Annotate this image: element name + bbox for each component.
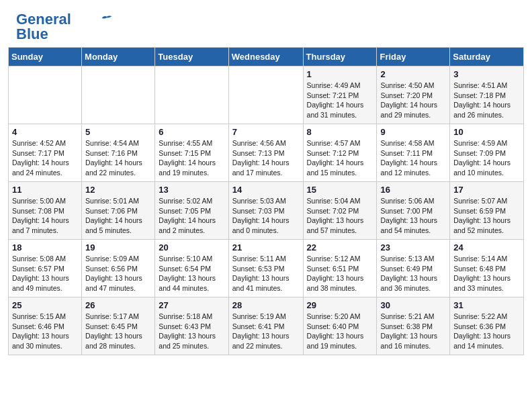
day-info: Sunrise: 4:54 AMSunset: 7:16 PMDaylight:… bbox=[85, 138, 151, 178]
day-number: 7 bbox=[232, 127, 300, 137]
day-info: Sunrise: 5:20 AMSunset: 6:40 PMDaylight:… bbox=[307, 312, 373, 351]
calendar-cell: 11Sunrise: 5:00 AMSunset: 7:08 PMDayligh… bbox=[9, 182, 82, 240]
calendar-cell: 27Sunrise: 5:18 AMSunset: 6:43 PMDayligh… bbox=[155, 298, 228, 355]
day-info: Sunrise: 4:55 AMSunset: 7:15 PMDaylight:… bbox=[159, 138, 224, 178]
day-info: Sunrise: 4:56 AMSunset: 7:13 PMDaylight:… bbox=[232, 138, 300, 178]
day-info: Sunrise: 4:59 AMSunset: 7:09 PMDaylight:… bbox=[453, 138, 520, 178]
day-number: 31 bbox=[453, 300, 520, 310]
calendar-cell: 29Sunrise: 5:20 AMSunset: 6:40 PMDayligh… bbox=[303, 298, 377, 355]
day-info: Sunrise: 5:03 AMSunset: 7:03 PMDaylight:… bbox=[232, 196, 300, 236]
calendar-cell: 1Sunrise: 4:49 AMSunset: 7:21 PMDaylight… bbox=[303, 66, 377, 124]
day-info: Sunrise: 4:51 AMSunset: 7:18 PMDaylight:… bbox=[453, 81, 520, 120]
weekday-header-thursday: Thursday bbox=[303, 48, 377, 66]
calendar-cell: 20Sunrise: 5:10 AMSunset: 6:54 PMDayligh… bbox=[155, 240, 228, 298]
day-number: 4 bbox=[12, 127, 78, 137]
day-number: 18 bbox=[12, 242, 78, 253]
calendar-cell bbox=[9, 66, 82, 124]
day-info: Sunrise: 4:57 AMSunset: 7:12 PMDaylight:… bbox=[307, 138, 373, 178]
calendar-cell: 7Sunrise: 4:56 AMSunset: 7:13 PMDaylight… bbox=[228, 124, 303, 182]
day-info: Sunrise: 5:01 AMSunset: 7:06 PMDaylight:… bbox=[85, 196, 151, 236]
calendar-cell bbox=[82, 66, 155, 124]
logo-text: General bbox=[16, 12, 71, 27]
weekday-header-tuesday: Tuesday bbox=[155, 48, 228, 66]
calendar-cell: 16Sunrise: 5:06 AMSunset: 7:00 PMDayligh… bbox=[377, 182, 450, 240]
calendar-cell bbox=[228, 66, 303, 124]
day-info: Sunrise: 5:08 AMSunset: 6:57 PMDaylight:… bbox=[12, 254, 78, 293]
day-number: 21 bbox=[232, 242, 300, 253]
calendar-cell: 6Sunrise: 4:55 AMSunset: 7:15 PMDaylight… bbox=[155, 124, 228, 182]
weekday-header-friday: Friday bbox=[377, 48, 450, 66]
day-number: 1 bbox=[307, 69, 373, 79]
calendar-cell: 30Sunrise: 5:21 AMSunset: 6:38 PMDayligh… bbox=[377, 298, 450, 355]
day-info: Sunrise: 5:14 AMSunset: 6:48 PMDaylight:… bbox=[453, 254, 520, 293]
day-info: Sunrise: 5:17 AMSunset: 6:45 PMDaylight:… bbox=[85, 312, 151, 351]
day-info: Sunrise: 5:00 AMSunset: 7:08 PMDaylight:… bbox=[12, 196, 78, 236]
calendar-cell: 19Sunrise: 5:09 AMSunset: 6:56 PMDayligh… bbox=[82, 240, 155, 298]
day-number: 26 bbox=[85, 300, 151, 310]
day-info: Sunrise: 5:12 AMSunset: 6:51 PMDaylight:… bbox=[307, 254, 373, 293]
calendar-table: SundayMondayTuesdayWednesdayThursdayFrid… bbox=[8, 47, 524, 355]
weekday-header-sunday: Sunday bbox=[9, 48, 82, 66]
day-info: Sunrise: 5:21 AMSunset: 6:38 PMDaylight:… bbox=[380, 312, 446, 351]
calendar-cell: 5Sunrise: 4:54 AMSunset: 7:16 PMDaylight… bbox=[82, 124, 155, 182]
day-number: 5 bbox=[85, 127, 151, 137]
day-info: Sunrise: 5:04 AMSunset: 7:02 PMDaylight:… bbox=[307, 196, 373, 236]
day-info: Sunrise: 5:13 AMSunset: 6:49 PMDaylight:… bbox=[380, 254, 446, 293]
day-number: 30 bbox=[380, 300, 446, 310]
calendar-cell: 22Sunrise: 5:12 AMSunset: 6:51 PMDayligh… bbox=[303, 240, 377, 298]
weekday-header-wednesday: Wednesday bbox=[228, 48, 303, 66]
logo: General Blue bbox=[16, 12, 113, 42]
day-info: Sunrise: 4:52 AMSunset: 7:17 PMDaylight:… bbox=[12, 138, 78, 178]
day-info: Sunrise: 4:50 AMSunset: 7:20 PMDaylight:… bbox=[380, 81, 446, 120]
day-number: 12 bbox=[85, 185, 151, 195]
calendar-cell: 4Sunrise: 4:52 AMSunset: 7:17 PMDaylight… bbox=[9, 124, 82, 182]
calendar-cell: 21Sunrise: 5:11 AMSunset: 6:53 PMDayligh… bbox=[228, 240, 303, 298]
day-number: 17 bbox=[453, 185, 520, 195]
day-number: 22 bbox=[307, 242, 373, 253]
day-number: 8 bbox=[307, 127, 373, 137]
calendar-cell: 31Sunrise: 5:22 AMSunset: 6:36 PMDayligh… bbox=[450, 298, 524, 355]
day-number: 3 bbox=[453, 69, 520, 79]
calendar-cell: 8Sunrise: 4:57 AMSunset: 7:12 PMDaylight… bbox=[303, 124, 377, 182]
calendar-cell: 9Sunrise: 4:58 AMSunset: 7:11 PMDaylight… bbox=[377, 124, 450, 182]
weekday-header-saturday: Saturday bbox=[450, 48, 524, 66]
logo-blue-text: Blue bbox=[16, 26, 48, 42]
day-number: 29 bbox=[307, 300, 373, 310]
day-info: Sunrise: 5:06 AMSunset: 7:00 PMDaylight:… bbox=[380, 196, 446, 236]
day-number: 14 bbox=[232, 185, 300, 195]
day-number: 15 bbox=[307, 185, 373, 195]
day-number: 16 bbox=[380, 185, 446, 195]
day-info: Sunrise: 5:10 AMSunset: 6:54 PMDaylight:… bbox=[159, 254, 224, 293]
day-info: Sunrise: 5:19 AMSunset: 6:41 PMDaylight:… bbox=[232, 312, 300, 351]
calendar-cell: 12Sunrise: 5:01 AMSunset: 7:06 PMDayligh… bbox=[82, 182, 155, 240]
calendar-wrapper: SundayMondayTuesdayWednesdayThursdayFrid… bbox=[0, 47, 532, 363]
calendar-cell: 25Sunrise: 5:15 AMSunset: 6:46 PMDayligh… bbox=[9, 298, 82, 355]
calendar-cell: 2Sunrise: 4:50 AMSunset: 7:20 PMDaylight… bbox=[377, 66, 450, 124]
day-number: 27 bbox=[159, 300, 224, 310]
day-info: Sunrise: 5:07 AMSunset: 6:59 PMDaylight:… bbox=[453, 196, 520, 236]
calendar-cell: 24Sunrise: 5:14 AMSunset: 6:48 PMDayligh… bbox=[450, 240, 524, 298]
day-number: 13 bbox=[159, 185, 224, 195]
day-info: Sunrise: 5:11 AMSunset: 6:53 PMDaylight:… bbox=[232, 254, 300, 293]
day-info: Sunrise: 5:18 AMSunset: 6:43 PMDaylight:… bbox=[159, 312, 224, 351]
day-info: Sunrise: 5:22 AMSunset: 6:36 PMDaylight:… bbox=[453, 312, 520, 351]
day-number: 19 bbox=[85, 242, 151, 253]
calendar-cell: 28Sunrise: 5:19 AMSunset: 6:41 PMDayligh… bbox=[228, 298, 303, 355]
day-info: Sunrise: 4:58 AMSunset: 7:11 PMDaylight:… bbox=[380, 138, 446, 178]
day-info: Sunrise: 5:09 AMSunset: 6:56 PMDaylight:… bbox=[85, 254, 151, 293]
calendar-cell: 18Sunrise: 5:08 AMSunset: 6:57 PMDayligh… bbox=[9, 240, 82, 298]
day-number: 25 bbox=[12, 300, 78, 310]
day-number: 6 bbox=[159, 127, 224, 137]
calendar-cell: 3Sunrise: 4:51 AMSunset: 7:18 PMDaylight… bbox=[450, 66, 524, 124]
calendar-cell: 17Sunrise: 5:07 AMSunset: 6:59 PMDayligh… bbox=[450, 182, 524, 240]
calendar-cell bbox=[155, 66, 228, 124]
day-number: 23 bbox=[380, 242, 446, 253]
day-info: Sunrise: 5:15 AMSunset: 6:46 PMDaylight:… bbox=[12, 312, 78, 351]
calendar-cell: 26Sunrise: 5:17 AMSunset: 6:45 PMDayligh… bbox=[82, 298, 155, 355]
day-number: 2 bbox=[380, 69, 446, 79]
day-number: 9 bbox=[380, 127, 446, 137]
calendar-cell: 15Sunrise: 5:04 AMSunset: 7:02 PMDayligh… bbox=[303, 182, 377, 240]
calendar-cell: 14Sunrise: 5:03 AMSunset: 7:03 PMDayligh… bbox=[228, 182, 303, 240]
logo-bird-icon bbox=[101, 13, 113, 23]
calendar-cell: 13Sunrise: 5:02 AMSunset: 7:05 PMDayligh… bbox=[155, 182, 228, 240]
